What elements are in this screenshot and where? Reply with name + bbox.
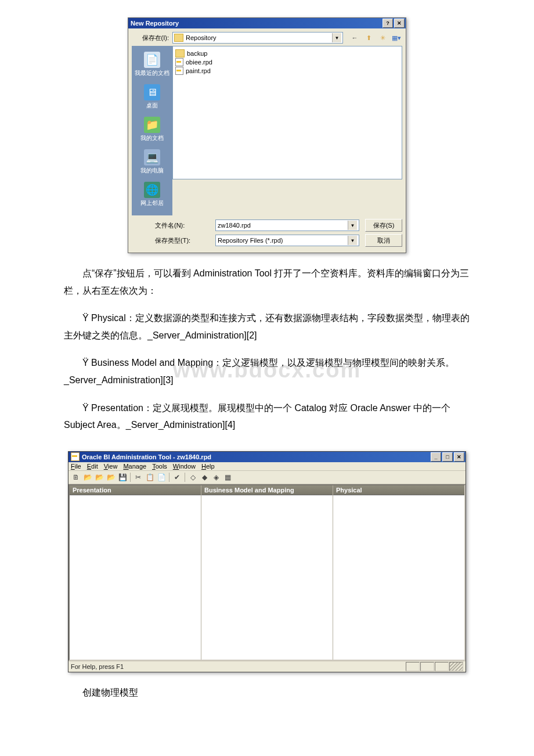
- check-icon[interactable]: ✔: [172, 472, 182, 483]
- statusbar: For Help, press F1: [68, 661, 466, 672]
- save-in-combo[interactable]: Repository ▼: [172, 32, 343, 44]
- paragraph: Ÿ Physical：定义数据源的类型和连接方式，还有数据源物理表结构，字段数据…: [64, 309, 476, 344]
- pane-presentation[interactable]: Presentation: [70, 485, 201, 660]
- file-list[interactable]: backup obiee.rpd paint.rpd: [172, 46, 402, 179]
- toolbar-separator: [130, 473, 131, 482]
- pane-header: Business Model and Mapping: [201, 485, 333, 495]
- savetype-combo[interactable]: Repository Files (*.rpd) ▼: [215, 235, 359, 246]
- cancel-button[interactable]: 取消: [365, 234, 402, 247]
- paste-icon[interactable]: 📄: [156, 472, 167, 483]
- up-icon[interactable]: ⬆: [363, 33, 374, 43]
- copy-icon[interactable]: 📋: [145, 472, 155, 483]
- admin-titlebar[interactable]: Oracle BI Administration Tool - zw1840.r…: [68, 452, 466, 462]
- pane-physical[interactable]: Physical: [333, 485, 464, 660]
- menu-edit[interactable]: Edit: [87, 463, 98, 470]
- admin-title: Oracle BI Administration Tool - zw1840.r…: [82, 453, 211, 460]
- list-item[interactable]: backup: [175, 49, 399, 57]
- status-cell: [420, 662, 434, 671]
- places-bar: 📄 我最近的文档 🖥 桌面 📁 我的文档 💻: [132, 46, 172, 215]
- filename-label: 文件名(N):: [132, 221, 215, 230]
- back-icon[interactable]: ←: [349, 33, 360, 43]
- tool-icon[interactable]: ◆: [199, 472, 210, 483]
- help-button[interactable]: ?: [383, 19, 393, 28]
- save-icon[interactable]: 💾: [117, 472, 128, 483]
- tool-icon[interactable]: ▦: [222, 472, 233, 483]
- place-network[interactable]: 🌐 网上邻居: [132, 179, 172, 212]
- pane-business-model[interactable]: Business Model and Mapping: [201, 485, 333, 660]
- network-icon: 🌐: [144, 182, 160, 198]
- savetype-label: 保存类型(T):: [132, 236, 215, 245]
- chevron-down-icon[interactable]: ▼: [332, 33, 341, 42]
- views-icon[interactable]: ▦▾: [391, 33, 402, 43]
- menubar[interactable]: File Edit View Manage Tools Window Help: [68, 462, 466, 471]
- paragraph: 创建物理模型: [64, 684, 476, 701]
- new-repository-dialog: New Repository ? ✕ 保存在(I): Repository ▼ …: [128, 17, 406, 253]
- desktop-icon: 🖥: [144, 84, 160, 100]
- open3-icon[interactable]: 📂: [106, 472, 116, 483]
- chevron-down-icon[interactable]: ▼: [348, 221, 357, 230]
- status-text: For Help, press F1: [71, 663, 124, 670]
- resize-grip-icon[interactable]: [449, 662, 463, 671]
- status-cell: [406, 662, 420, 671]
- place-mydocs[interactable]: 📁 我的文档: [132, 114, 172, 147]
- close-button[interactable]: ✕: [454, 452, 464, 462]
- pane-header: Presentation: [70, 485, 201, 495]
- paragraph: 点“保存”按钮后，可以看到 Administration Tool 打开了一个空…: [64, 265, 476, 299]
- dialog-title: New Repository: [131, 20, 179, 27]
- recent-icon: 📄: [144, 52, 160, 68]
- paragraph: Ÿ Business Model and Mapping：定义逻辑模型，以及逻辑…: [64, 354, 476, 388]
- pane-body[interactable]: [70, 495, 201, 660]
- toolbar-separator: [185, 473, 185, 482]
- open-icon[interactable]: 📂: [82, 472, 93, 483]
- list-item[interactable]: obiee.rpd: [175, 57, 399, 66]
- place-mypc[interactable]: 💻 我的电脑: [132, 147, 172, 179]
- minimize-button[interactable]: _: [431, 452, 441, 462]
- list-item[interactable]: paint.rpd: [175, 66, 399, 75]
- pane-header: Physical: [333, 485, 464, 495]
- folder-icon: [175, 49, 185, 57]
- save-button[interactable]: 保存(S): [365, 219, 402, 232]
- menu-manage[interactable]: Manage: [123, 463, 146, 470]
- menu-file[interactable]: File: [71, 463, 81, 470]
- dialog-titlebar[interactable]: New Repository ? ✕: [128, 18, 406, 28]
- place-recent[interactable]: 📄 我最近的文档: [132, 49, 172, 82]
- pc-icon: 💻: [144, 149, 160, 165]
- docs-icon: 📁: [144, 117, 160, 133]
- folder-icon: [174, 34, 183, 42]
- open2-icon[interactable]: 📂: [94, 472, 104, 483]
- filename-input[interactable]: zw1840.rpd ▼: [215, 219, 359, 231]
- pane-body[interactable]: [201, 495, 333, 660]
- close-button[interactable]: ✕: [394, 19, 405, 28]
- tool-icon[interactable]: ◈: [211, 472, 221, 483]
- new-icon[interactable]: 🗎: [71, 472, 81, 483]
- save-in-value: Repository: [186, 34, 217, 41]
- save-in-label: 保存在(I):: [132, 34, 172, 42]
- rpd-file-icon: [175, 67, 183, 75]
- maximize-button[interactable]: □: [442, 452, 453, 462]
- paragraph: Ÿ Presentation：定义展现模型。展现模型中的一个 Catalog 对…: [64, 399, 476, 434]
- menu-view[interactable]: View: [104, 463, 118, 470]
- menu-window[interactable]: Window: [173, 463, 196, 470]
- cut-icon[interactable]: ✂: [133, 472, 143, 483]
- rpd-file-icon: [175, 58, 183, 66]
- tool-icon[interactable]: ◇: [187, 472, 198, 483]
- new-folder-icon[interactable]: ✳: [377, 33, 388, 43]
- toolbar-separator: [169, 473, 169, 482]
- chevron-down-icon[interactable]: ▼: [348, 236, 357, 245]
- toolbar: 🗎 📂 📂 📂 💾 ✂ 📋 📄 ✔ ◇ ◆ ◈ ▦: [68, 471, 466, 484]
- admin-tool-window: Oracle BI Administration Tool - zw1840.r…: [68, 451, 466, 672]
- pane-body[interactable]: [333, 495, 464, 660]
- content-panes: Presentation Business Model and Mapping …: [68, 484, 466, 661]
- menu-help[interactable]: Help: [201, 463, 215, 470]
- app-icon: [71, 452, 80, 461]
- status-cell: [435, 662, 449, 671]
- menu-tools[interactable]: Tools: [152, 463, 167, 470]
- place-desktop[interactable]: 🖥 桌面: [132, 82, 172, 114]
